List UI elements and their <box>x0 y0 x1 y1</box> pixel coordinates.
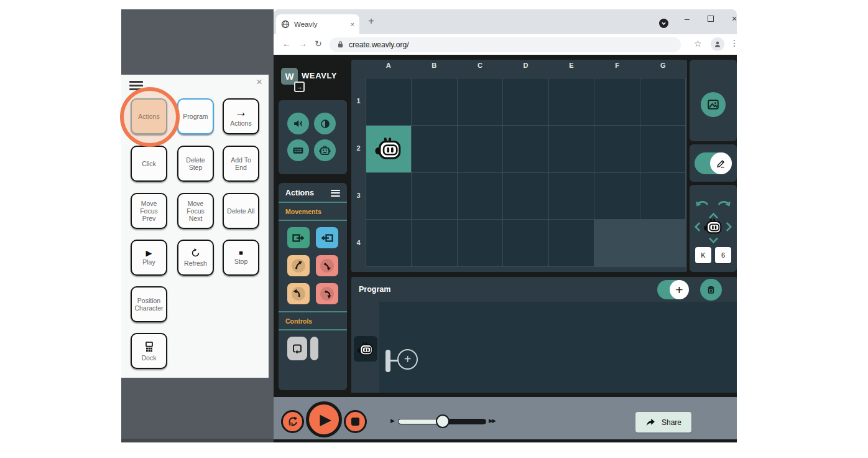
turn-left-90-block[interactable] <box>287 283 310 304</box>
overlay-close-icon[interactable]: × <box>256 76 262 88</box>
weavly-logo-text: WEAVLY <box>302 71 337 80</box>
back-icon[interactable]: ← <box>282 39 291 49</box>
overlay-delete-step-label: Delete Step <box>180 156 211 171</box>
divider <box>279 329 347 330</box>
overlay-move-focus-next-button[interactable]: Move Focus Next <box>177 193 214 229</box>
grid-cell <box>412 126 456 172</box>
trash-icon <box>705 284 717 296</box>
slow-speed-icon: ▶ <box>390 418 395 424</box>
loop-block[interactable] <box>279 337 347 360</box>
overlay-move-focus-prev-button[interactable]: Move Focus Prev <box>131 193 167 229</box>
stop-program-button[interactable] <box>344 410 367 433</box>
move-down-chevron[interactable] <box>708 237 719 244</box>
contrast-theme-button[interactable] <box>314 113 336 134</box>
overlay-move-focus-next-label: Move Focus Next <box>180 200 211 222</box>
program-title: Program <box>359 285 390 294</box>
bookmark-star-icon[interactable]: ☆ <box>694 39 702 49</box>
actions-panel-menu-icon[interactable] <box>331 190 340 197</box>
position-row-input[interactable]: 6 <box>715 247 731 263</box>
play-program-button[interactable]: ▶ <box>306 401 342 437</box>
scene-section <box>690 60 737 141</box>
reload-icon[interactable]: ↻ <box>315 39 322 49</box>
turn-right-45-icon <box>320 258 335 273</box>
forward-icon[interactable]: → <box>298 39 307 49</box>
backward-block[interactable] <box>316 227 338 248</box>
overlay-position-character-button[interactable]: Position Character <box>131 286 167 322</box>
grid-cell <box>549 220 594 266</box>
overlay-actions-label: Actions <box>138 113 159 120</box>
chrome-update-icon[interactable] <box>659 19 668 28</box>
turn-right-90-block[interactable] <box>316 283 338 304</box>
character-position-robot-icon <box>703 218 723 235</box>
overlay-stop-button[interactable]: ■ Stop <box>223 240 259 276</box>
grid-cell <box>640 126 685 172</box>
overlay-play-button[interactable]: ▶ Play <box>131 240 167 276</box>
fast-speed-icon: ▶▶ <box>489 418 495 424</box>
overlay-actions-button[interactable]: Actions <box>131 98 167 134</box>
speed-slider-thumb[interactable] <box>436 414 450 428</box>
position-column-input[interactable]: K <box>695 247 711 263</box>
actions-palette-panel: Actions Movements <box>279 183 347 390</box>
overlay-add-to-end-button[interactable]: Add To End <box>223 146 259 182</box>
add-step-button[interactable]: + <box>397 349 418 370</box>
overlay-delete-all-label: Delete All <box>227 207 254 215</box>
window-maximize-button[interactable] <box>700 9 721 28</box>
new-tab-button[interactable]: + <box>368 15 374 27</box>
grid-cell <box>366 220 411 266</box>
tab-close-icon[interactable]: × <box>351 21 354 28</box>
overlay-go-to-actions-button[interactable]: → Actions <box>223 98 259 134</box>
plus-icon: + <box>670 280 689 299</box>
overlay-program-button[interactable]: Program <box>177 98 214 134</box>
lock-icon <box>337 40 344 49</box>
move-right-chevron[interactable] <box>726 222 732 232</box>
movements-section-label: Movements <box>279 203 347 220</box>
overlay-click-label: Click <box>142 160 156 167</box>
browser-tab-weavly[interactable]: Weavly × <box>276 14 359 34</box>
person-icon <box>713 40 722 49</box>
overlay-refresh-button[interactable]: Refresh <box>177 240 214 276</box>
program-character-thumbnail[interactable] <box>354 336 377 362</box>
audio-feedback-button[interactable] <box>287 113 309 134</box>
column-label-e: E <box>548 62 594 69</box>
delete-all-steps-button[interactable] <box>700 279 722 301</box>
profile-avatar[interactable] <box>711 37 724 51</box>
refresh-scene-button[interactable] <box>281 410 304 433</box>
overlay-delete-step-button[interactable]: Delete Step <box>177 146 214 182</box>
loop-block-start[interactable] <box>287 337 307 360</box>
loop-block-end[interactable] <box>310 337 318 360</box>
share-label: Share <box>662 418 681 427</box>
play-icon: ▶ <box>320 411 331 428</box>
browser-menu-icon[interactable]: ⋮ <box>730 38 737 48</box>
row-label-2: 2 <box>354 144 363 152</box>
overlay-delete-all-button[interactable]: Delete All <box>223 193 259 229</box>
overlay-dock-button[interactable]: Dock <box>131 333 167 369</box>
forward-block[interactable] <box>287 227 310 248</box>
turn-left-45-block[interactable] <box>287 255 310 276</box>
grid-cell-character[interactable] <box>366 126 411 172</box>
column-label-f: F <box>594 62 640 69</box>
weavly-app: W → WEAVLY <box>274 55 737 442</box>
accessibility-overlay-panel: × Actions Program → Actions Click Delete… <box>121 75 269 378</box>
window-close-button[interactable]: × <box>724 9 737 28</box>
turn-right-90-icon <box>320 286 335 301</box>
overlay-menu-icon[interactable] <box>129 81 143 90</box>
overlay-stop-label: Stop <box>234 258 248 265</box>
contrast-icon <box>320 118 331 129</box>
overlay-click-button[interactable]: Click <box>131 146 167 182</box>
stop-icon <box>351 418 359 426</box>
grid-cell <box>503 78 548 125</box>
add-node-toggle[interactable]: + <box>657 280 688 299</box>
character-picker-button[interactable] <box>314 139 336 161</box>
move-left-chevron[interactable] <box>694 222 701 232</box>
window-minimize-button[interactable]: – <box>676 9 698 28</box>
address-input[interactable]: create.weavly.org/ <box>330 37 681 52</box>
draw-path-toggle[interactable] <box>695 152 732 174</box>
undo-icon[interactable] <box>695 199 709 210</box>
keyboard-icon <box>292 144 305 157</box>
keyboard-shortcuts-button[interactable] <box>287 139 309 161</box>
share-button[interactable]: Share <box>635 412 691 432</box>
forward-arrow-icon <box>291 230 306 245</box>
change-scene-button[interactable] <box>701 92 726 117</box>
redo-icon[interactable] <box>717 199 732 210</box>
turn-right-45-block[interactable] <box>316 255 338 276</box>
